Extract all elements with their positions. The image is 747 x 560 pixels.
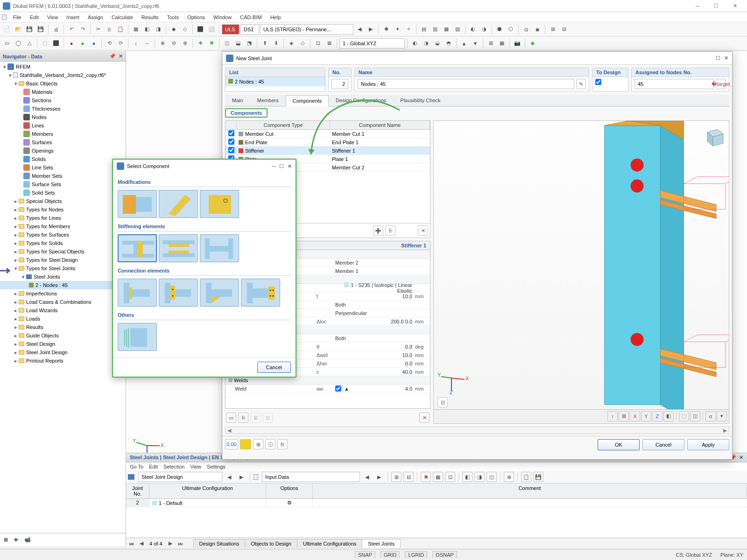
tb-open-icon[interactable]: 📂 — [13, 24, 23, 35]
vp-icon[interactable]: ↕ — [607, 411, 618, 421]
vp-x-icon[interactable]: X — [630, 411, 640, 421]
tb-icon[interactable]: ⬡ — [506, 24, 516, 35]
component-row[interactable]: End PlateEnd Plate 1 — [226, 138, 430, 147]
component-checkbox[interactable] — [228, 130, 234, 136]
sjp-icon[interactable]: ▦ — [433, 472, 443, 482]
sjp-icon[interactable]: ◨ — [474, 472, 485, 482]
sjp-view[interactable]: View — [190, 464, 201, 469]
minimize-icon[interactable]: ─ — [272, 163, 275, 169]
tb-icon[interactable]: ⬆ — [260, 38, 270, 49]
add-icon[interactable]: ➕ — [373, 225, 383, 236]
thumb-connection-2[interactable] — [159, 279, 198, 307]
copy-icon[interactable]: ⎘ — [385, 225, 395, 236]
btab-ultimate[interactable]: Ultimate Configurations — [297, 539, 362, 548]
tree-item[interactable]: Member Sets — [0, 172, 126, 180]
menu-edit[interactable]: Edit — [26, 14, 42, 21]
thumb-stiffener-3[interactable] — [200, 234, 239, 262]
tb-icon[interactable]: ⬓ — [233, 38, 243, 49]
pin-icon[interactable]: 📌 — [109, 53, 116, 59]
sjp-next-icon[interactable]: ▶ — [236, 472, 247, 482]
close-icon[interactable]: ✕ — [739, 455, 743, 461]
menu-file[interactable]: File — [9, 14, 25, 21]
edit-icon[interactable]: ✎ — [576, 79, 586, 89]
cancel-button[interactable]: Cancel — [642, 439, 684, 450]
tree-project[interactable]: Stahlhalle_Verband_Joints2_copy.rf6* — [20, 72, 106, 78]
tree-steel-joints[interactable]: Steel Joints — [34, 274, 60, 280]
delete-icon[interactable]: ✕ — [419, 413, 430, 423]
no-input[interactable]: 2 — [331, 79, 348, 89]
tb-undo-icon[interactable]: ↶ — [66, 24, 77, 35]
tb-icon[interactable]: ● — [89, 38, 99, 49]
tree-item[interactable]: Solids — [0, 155, 126, 163]
apply-button[interactable]: Apply — [687, 439, 729, 450]
menu-view[interactable]: View — [43, 14, 62, 21]
thumb-modification-3[interactable] — [200, 190, 239, 218]
tb-icon[interactable]: ⊞ — [548, 24, 558, 35]
tb-icon[interactable]: ◓ — [444, 38, 454, 49]
tb-icon[interactable]: ◯ — [13, 38, 23, 49]
tb-icon[interactable]: ⬛ — [195, 24, 205, 35]
tree-steel-joint-item[interactable]: 2 - Nodes : 45 — [35, 282, 68, 288]
precision-icon[interactable]: 0.00 — [225, 439, 238, 449]
tb-icon[interactable]: ▦ — [497, 38, 507, 49]
sjp-opt-icon[interactable]: ⚙ — [287, 500, 292, 505]
tree-folder[interactable]: ▾Types for Steel Joints — [0, 264, 126, 273]
menu-cadbim[interactable]: CAD-BIM — [236, 14, 265, 21]
status-snap[interactable]: SNAP — [355, 551, 375, 558]
to-design-checkbox[interactable] — [595, 79, 601, 85]
tb-icon[interactable]: ⬚ — [40, 38, 50, 49]
tb-icon[interactable]: ⊟ — [559, 24, 569, 35]
close-icon[interactable]: ✕ — [724, 55, 728, 61]
menu-assign[interactable]: Assign — [84, 14, 107, 21]
vp-icon[interactable]: ⊞ — [619, 411, 629, 421]
tree-folder[interactable]: ▸Printout Reports — [0, 357, 126, 365]
thumb-modification-2[interactable] — [159, 190, 198, 218]
tree-item[interactable]: Sections — [0, 96, 126, 105]
tb-icon[interactable]: ↕ — [131, 38, 141, 49]
tb-redo-icon[interactable]: ↷ — [78, 24, 88, 35]
assigned-input[interactable]: 45 — [634, 79, 714, 89]
menu-insert[interactable]: Insert — [63, 14, 83, 21]
tb-icon[interactable]: ⬜ — [206, 24, 217, 35]
tb-icon[interactable]: ◙ — [532, 24, 543, 35]
maximize-icon[interactable]: ☐ — [279, 163, 284, 169]
tree-basic-objects[interactable]: Basic Objects — [26, 81, 57, 86]
tree-item[interactable]: Materials — [0, 88, 126, 96]
ok-button[interactable]: OK — [598, 439, 640, 450]
tb-icon[interactable]: ✧ — [403, 24, 414, 35]
thumb-connection-4[interactable] — [241, 279, 280, 307]
tb-next-icon[interactable]: ▶ — [366, 24, 376, 35]
tree-item[interactable]: Nodes — [0, 113, 126, 121]
close-button[interactable]: ✕ — [726, 0, 744, 12]
thumb-stiffener-2[interactable] — [159, 234, 198, 262]
tb-icon[interactable]: ◘ — [521, 24, 531, 35]
vp-icon[interactable]: ⬚ — [679, 411, 689, 421]
tb-icon[interactable]: ◇ — [297, 38, 308, 49]
tb-icon[interactable]: ▼ — [470, 38, 480, 49]
vp-icon[interactable]: ◧ — [663, 411, 674, 421]
copy-settings-icon[interactable]: ⎘ — [238, 413, 248, 423]
tb-icon[interactable]: ◫ — [222, 38, 232, 49]
tb-cut-icon[interactable]: ✂ — [93, 24, 103, 35]
tree-folder[interactable]: ▸Types for Members — [0, 222, 126, 231]
menu-window[interactable]: Window — [210, 14, 235, 21]
nav-cam-icon[interactable]: 📹 — [24, 537, 31, 543]
status-grid[interactable]: GRID — [381, 551, 400, 558]
tb-icon[interactable]: ⊕ — [157, 38, 168, 49]
delete-icon[interactable]: ✕ — [418, 225, 428, 236]
vp-icon[interactable]: ▾ — [717, 411, 727, 421]
menu-results[interactable]: Results — [138, 14, 162, 21]
tb-icon[interactable]: ◈ — [286, 38, 296, 49]
tb-print-icon[interactable]: 🖨 — [51, 24, 61, 35]
btab-design-situations[interactable]: Design Situations — [193, 539, 246, 548]
sjp-icon[interactable]: ⊕ — [504, 472, 514, 482]
tb-icon[interactable]: ▧ — [452, 24, 463, 35]
tb-icon[interactable]: ◨ — [153, 24, 163, 35]
status-osnap[interactable]: OSNAP — [432, 551, 457, 558]
tb-icon[interactable]: ◐ — [410, 38, 420, 49]
tb-icon[interactable]: ◉ — [528, 38, 538, 49]
list-item[interactable]: 2 Nodes : 45 — [235, 79, 264, 84]
btab-steel-joints[interactable]: Steel Joints — [362, 539, 401, 548]
tree-folder[interactable]: ▸Steel Joint Design — [0, 348, 126, 357]
script-icon[interactable]: fx — [277, 439, 288, 449]
